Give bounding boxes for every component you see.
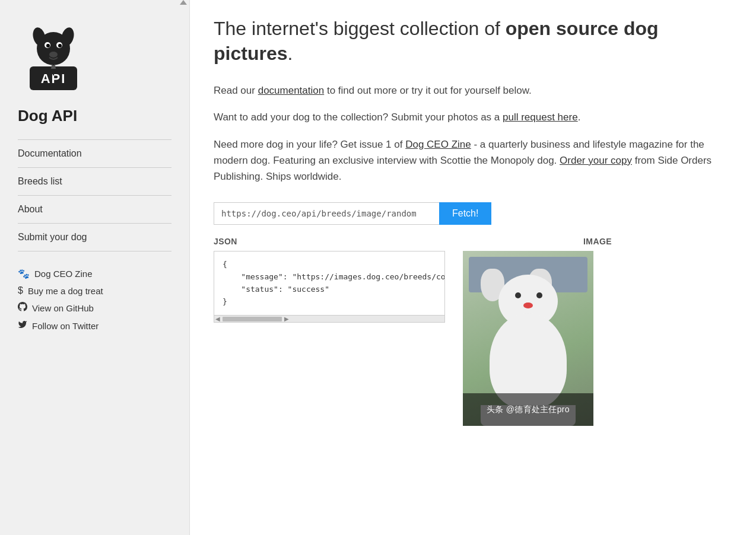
desc-3-before: Need more dog in your life? Get issue 1 … — [214, 139, 405, 150]
api-input-row: Fetch! — [214, 202, 732, 225]
api-tester: Fetch! JSON { "message": "https://images… — [214, 202, 732, 426]
treat-label: Buy me a dog treat — [28, 286, 103, 296]
twitter-link[interactable]: Follow on Twitter — [18, 320, 171, 332]
dog-image: 头条 @德育处主任pro — [463, 251, 593, 426]
nav-link-about[interactable]: About — [18, 196, 171, 223]
headline: The internet's biggest collection of ope… — [214, 17, 732, 66]
sidebar-nav: Documentation Breeds list About Submit y… — [18, 139, 171, 251]
sidebar: API Dog API Documentation Breeds list Ab… — [0, 0, 190, 535]
documentation-link[interactable]: documentation — [258, 85, 325, 96]
paw-icon: 🐾 — [18, 268, 30, 279]
logo-wrapper: API — [18, 24, 171, 97]
nav-list: Documentation Breeds list About Submit y… — [18, 139, 171, 251]
nav-item-submit[interactable]: Submit your dog — [18, 224, 171, 251]
desc-2-after: . — [578, 112, 581, 123]
dollar-icon: $ — [18, 285, 23, 296]
svg-point-7 — [49, 52, 58, 58]
nav-link-documentation[interactable]: Documentation — [18, 140, 171, 167]
svg-point-4 — [58, 44, 62, 47]
desc-para-1: Read our documentation to find out more … — [214, 82, 732, 98]
main-content: The internet's biggest collection of ope… — [190, 0, 756, 535]
order-copy-link[interactable]: Order your copy — [560, 155, 632, 166]
desc-2-before: Want to add your dog to the collection? … — [214, 112, 503, 123]
image-label: IMAGE — [463, 237, 732, 246]
json-content: { "message": "https://images.dog.ceo/bre… — [214, 251, 445, 316]
sidebar-extra-links: 🐾 Dog CEO Zine $ Buy me a dog treat View… — [18, 268, 171, 332]
json-section: JSON { "message": "https://images.dog.ce… — [214, 237, 445, 323]
headline-plain: The internet's biggest collection of — [214, 18, 506, 39]
scroll-arrow-right[interactable]: ▶ — [283, 316, 290, 322]
desc-para-2: Want to add your dog to the collection? … — [214, 109, 732, 125]
github-icon — [18, 302, 27, 314]
headline-end: . — [287, 43, 293, 64]
api-url-input[interactable] — [214, 202, 439, 225]
nav-item-breeds[interactable]: Breeds list — [18, 168, 171, 196]
svg-point-3 — [46, 44, 50, 47]
nav-link-breeds[interactable]: Breeds list — [18, 168, 171, 195]
scroll-arrow-left[interactable]: ◀ — [214, 316, 221, 322]
nav-item-about[interactable]: About — [18, 196, 171, 224]
image-section: IMAGE 头条 @德育处主任pro — [463, 237, 732, 426]
twitter-label: Follow on Twitter — [32, 321, 99, 331]
dog-nose — [523, 302, 533, 308]
nav-link-submit[interactable]: Submit your dog — [18, 224, 171, 251]
desc-para-3: Need more dog in your life? Get issue 1 … — [214, 136, 732, 185]
treat-link[interactable]: $ Buy me a dog treat — [18, 285, 171, 296]
scroll-indicator — [180, 0, 187, 5]
scrollbar-thumb[interactable] — [223, 317, 282, 321]
desc-1-after: to find out more or try it out for yours… — [324, 85, 532, 96]
twitter-icon — [18, 320, 27, 332]
fetch-button[interactable]: Fetch! — [439, 202, 491, 225]
results-row: JSON { "message": "https://images.dog.ce… — [214, 237, 732, 426]
zine-link[interactable]: 🐾 Dog CEO Zine — [18, 268, 171, 279]
dog-ceo-zine-link[interactable]: Dog CEO Zine — [405, 139, 471, 150]
description-section: Read our documentation to find out more … — [214, 82, 732, 184]
logo-image: API — [18, 24, 89, 95]
site-title: Dog API — [18, 107, 171, 125]
json-label: JSON — [214, 237, 445, 246]
nav-item-documentation[interactable]: Documentation — [18, 140, 171, 168]
zine-label: Dog CEO Zine — [34, 269, 93, 279]
pull-request-link[interactable]: pull request here — [503, 112, 578, 123]
svg-marker-11 — [51, 65, 56, 69]
github-link[interactable]: View on GitHub — [18, 302, 171, 314]
desc-1-before: Read our — [214, 85, 258, 96]
github-label: View on GitHub — [32, 303, 94, 313]
json-scrollbar[interactable]: ◀ ▶ — [214, 316, 445, 323]
watermark: 头条 @德育处主任pro — [463, 393, 593, 426]
